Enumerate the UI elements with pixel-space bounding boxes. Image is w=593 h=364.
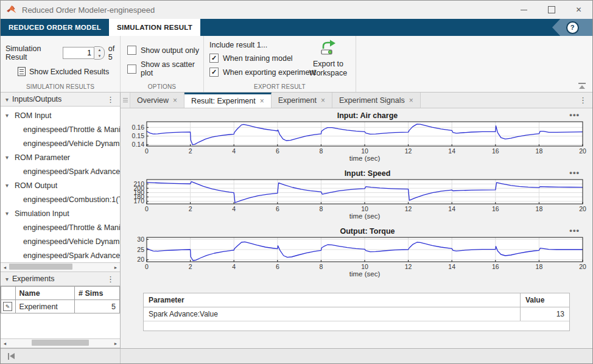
tree-item-rom-parameter[interactable]: ▾ROM Parameter	[1, 150, 120, 164]
title-bar: Reduced Order Modeler-enginespeed ✕	[1, 1, 592, 19]
ribbon-tab-reduced-order-model[interactable]: REDUCED ORDER MODEL	[1, 19, 109, 36]
svg-text:18: 18	[536, 263, 543, 270]
spinner-down-button[interactable]: ▼	[94, 53, 105, 59]
edit-column-header	[1, 287, 16, 300]
scrollbar-thumb[interactable]	[32, 340, 89, 346]
chart-options-icon[interactable]: •••	[569, 168, 580, 177]
tree-expand-icon[interactable]: ▾	[5, 154, 12, 161]
sims-column-header: # Sims	[75, 287, 120, 300]
experiments-panel-header[interactable]: ▾ Experiments ⋮	[1, 272, 120, 286]
panel-menu-icon[interactable]: ⋮	[107, 275, 114, 284]
tree-expand-icon[interactable]: ▾	[5, 182, 12, 189]
tree-item-simulation-input[interactable]: ▾Simulation Input	[1, 206, 120, 220]
export-to-workspace-button[interactable]: Export to Workspace	[304, 40, 352, 78]
parameter-value-cell[interactable]: 13	[521, 307, 570, 321]
experiments-title: Experiments	[12, 275, 54, 283]
tree-item[interactable]: enginespeed/Throttle & Manif	[1, 122, 120, 136]
scroll-left-icon[interactable]: ◄	[1, 341, 9, 346]
tree-item[interactable]: enginespeed/Spark Advance:	[1, 248, 120, 262]
export-to-workspace-label: Export to Workspace	[304, 60, 352, 78]
edit-experiment-icon[interactable]: ✎	[3, 302, 12, 311]
tree-item[interactable]: enginespeed/Spark Advance:	[1, 164, 120, 178]
tab-experiment[interactable]: Experiment×	[272, 93, 332, 108]
tree-item-label: Simulation Input	[15, 209, 69, 218]
show-output-only-checkbox[interactable]	[127, 46, 136, 55]
tab-experiment-signals[interactable]: Experiment Signals×	[332, 93, 421, 108]
chart-plot: 02468101214161820202530time (sec)	[125, 236, 588, 278]
tab-close-icon[interactable]: ×	[409, 96, 413, 105]
toolbar: Simulation Result ▲ ▼ of 5 Show Excluded…	[1, 36, 592, 93]
svg-text:20: 20	[579, 147, 586, 155]
chart-options-icon[interactable]: •••	[569, 110, 580, 119]
svg-text:4: 4	[232, 263, 236, 270]
experiment-sims-cell[interactable]: 5	[75, 300, 120, 313]
window-controls: ✕	[510, 1, 592, 19]
experiments-table: Name # Sims ✎ Experiment 5	[1, 286, 120, 338]
result-content: Input: Air charge••• 024681012141618200.…	[121, 108, 592, 348]
show-as-scatter-plot-checkbox[interactable]	[127, 65, 136, 74]
collapse-panel-icon[interactable]: ▾	[5, 96, 9, 103]
tree-item-rom-input[interactable]: ▾ROM Input	[1, 108, 120, 122]
svg-text:16: 16	[492, 205, 499, 212]
parameter-name-cell[interactable]: Spark Advance:Value	[144, 307, 521, 321]
when-exporting-experiment-checkbox[interactable]: ✓	[209, 68, 219, 77]
tree-item[interactable]: enginespeed/Combustion:1(T	[1, 192, 120, 206]
tab-close-icon[interactable]: ×	[321, 96, 325, 105]
tab-close-icon[interactable]: ×	[260, 97, 264, 105]
experiments-horizontal-scrollbar[interactable]: ◄ ►	[1, 338, 120, 348]
tab-overview[interactable]: Overview×	[130, 93, 184, 108]
svg-text:20: 20	[137, 256, 144, 263]
chart-speed: Input: Speed••• 024681012141618201701801…	[125, 169, 588, 227]
simulation-result-input[interactable]	[63, 47, 94, 59]
experiment-name-cell[interactable]: Experiment	[15, 300, 75, 313]
status-bar-left	[1, 349, 121, 363]
collapse-ribbon-icon	[578, 83, 586, 84]
tree-item[interactable]: enginespeed/Vehicle Dynami	[1, 136, 120, 150]
show-as-scatter-plot-label: Show as scatter plot	[141, 60, 203, 77]
tab-label: Overview	[137, 96, 169, 105]
tree-expand-icon[interactable]: ▾	[5, 210, 12, 217]
main-area: ▾ Inputs/Outputs ⋮ ▾ROM Input enginespee…	[1, 93, 592, 348]
panel-menu-icon[interactable]: ⋮	[107, 95, 114, 104]
maximize-button[interactable]	[538, 1, 565, 19]
experiment-row[interactable]: ✎ Experiment 5	[1, 300, 120, 313]
scroll-left-icon[interactable]: ◄	[1, 265, 9, 270]
scrollbar-thumb[interactable]	[9, 264, 72, 270]
tab-grip-icon	[121, 93, 130, 108]
app-window: Reduced Order Modeler-enginespeed ✕ REDU…	[0, 0, 593, 364]
show-excluded-results-button[interactable]: Show Excluded Results	[18, 67, 120, 76]
tree-item-rom-output[interactable]: ▾ROM Output	[1, 178, 120, 192]
svg-text:4: 4	[232, 205, 236, 212]
tab-close-icon[interactable]: ×	[173, 96, 177, 105]
svg-text:14: 14	[448, 147, 455, 155]
tree-expand-icon[interactable]: ▾	[5, 112, 12, 119]
when-training-model-checkbox[interactable]: ✓	[209, 54, 219, 63]
name-column-header: Name	[15, 287, 75, 300]
tree-horizontal-scrollbar[interactable]: ◄ ►	[1, 262, 120, 272]
document-area: Overview× Result: Experiment× Experiment…	[121, 93, 592, 348]
inputs-outputs-panel-header[interactable]: ▾ Inputs/Outputs ⋮	[1, 93, 120, 107]
tree-item-label: enginespeed/Throttle & Manif	[23, 125, 120, 134]
tab-bar-menu-icon[interactable]: ⋮	[579, 93, 587, 108]
ribbon-tab-simulation-result[interactable]: SIMULATION RESULT	[109, 19, 200, 36]
svg-text:0: 0	[145, 263, 149, 270]
collapse-left-panel-icon[interactable]	[8, 353, 15, 360]
scroll-right-icon[interactable]: ►	[111, 265, 120, 270]
svg-text:2: 2	[189, 147, 192, 155]
minimize-button[interactable]	[510, 1, 538, 19]
close-button[interactable]: ✕	[565, 1, 592, 19]
svg-text:10: 10	[361, 205, 368, 212]
scroll-right-icon[interactable]: ►	[111, 341, 120, 346]
svg-text:10: 10	[361, 147, 368, 155]
collapse-panel-icon[interactable]: ▾	[5, 276, 9, 282]
close-icon: ✕	[575, 5, 581, 14]
tree-item[interactable]: enginespeed/Throttle & Manif	[1, 220, 120, 234]
chart-air-charge: Input: Air charge••• 024681012141618200.…	[125, 111, 588, 169]
spinner-up-button[interactable]: ▲	[94, 47, 105, 53]
tab-result-experiment[interactable]: Result: Experiment×	[184, 93, 272, 108]
tree-item[interactable]: enginespeed/Vehicle Dynami	[1, 234, 120, 248]
parameter-row[interactable]: Spark Advance:Value 13	[144, 307, 569, 321]
collapse-ribbon-button[interactable]	[578, 83, 586, 89]
chart-options-icon[interactable]: •••	[569, 226, 580, 235]
help-button[interactable]: ?	[552, 19, 592, 36]
